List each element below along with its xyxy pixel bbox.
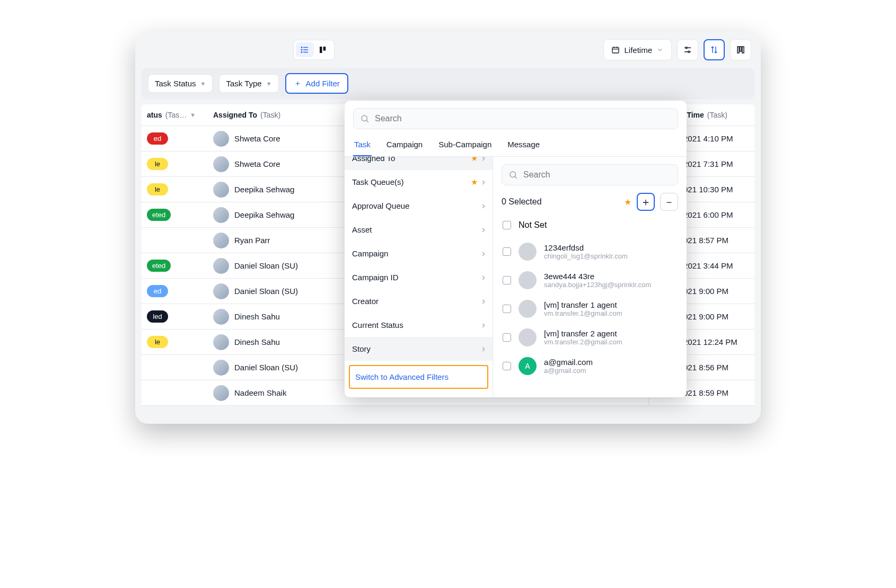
- svg-point-14: [686, 47, 687, 49]
- field-item-campaign[interactable]: Campaign›: [345, 242, 493, 265]
- columns-button[interactable]: [730, 39, 751, 60]
- list-view-button[interactable]: [296, 42, 314, 57]
- not-set-label: Not Set: [519, 220, 547, 230]
- checkbox[interactable]: [503, 247, 511, 256]
- chevron-right-icon: ›: [482, 176, 485, 188]
- not-set-option[interactable]: Not Set: [502, 217, 678, 237]
- calendar-icon: [611, 46, 620, 54]
- popover-value-panel: 0 Selected ★ ＋ － Not Set 1234erfdsdching…: [493, 157, 687, 397]
- chevron-down-icon: ▼: [190, 112, 196, 118]
- filter-chip-task-status[interactable]: Task Status ▼: [148, 74, 213, 93]
- assignee-name: Shweta Core: [234, 134, 280, 143]
- popover-tab-message[interactable]: Message: [506, 135, 541, 156]
- column-header-status[interactable]: atus (Tas… ▼: [142, 104, 208, 126]
- svg-point-3: [301, 47, 302, 48]
- popover-tab-sub-campaign[interactable]: Sub-Campaign: [437, 135, 493, 156]
- chevron-right-icon: ›: [482, 319, 485, 331]
- checkbox[interactable]: [503, 305, 511, 313]
- include-button[interactable]: ＋: [637, 193, 655, 211]
- chevron-right-icon: ›: [482, 200, 485, 211]
- field-item-asset[interactable]: Asset›: [345, 218, 493, 242]
- field-label: Current Status: [352, 320, 403, 329]
- field-item-creator[interactable]: Creator›: [345, 289, 493, 313]
- user-name: [vm] transfer 2 agent: [544, 329, 622, 338]
- switch-advanced-filters-link[interactable]: Switch to Advanced Filters: [349, 365, 488, 389]
- assignee-name: Daniel Sloan (SU): [234, 261, 298, 270]
- value-search[interactable]: [502, 164, 678, 185]
- popover-tab-campaign[interactable]: Campaign: [385, 135, 424, 156]
- avatar: [519, 328, 537, 346]
- assignee-name: Daniel Sloan (SU): [234, 287, 298, 296]
- chevron-right-icon: ›: [482, 157, 485, 164]
- chevron-down-icon: ▼: [200, 81, 206, 87]
- popover-field-list: Assigned To★›Task Queue(s)★›Approval Que…: [345, 157, 493, 397]
- star-icon[interactable]: ★: [624, 197, 631, 207]
- field-label: Asset: [352, 225, 372, 234]
- columns-icon: [736, 45, 745, 55]
- exclude-button[interactable]: －: [660, 193, 678, 211]
- field-item-campaign-id[interactable]: Campaign ID›: [345, 265, 493, 289]
- status-pill: le: [147, 336, 168, 348]
- field-item-story[interactable]: Story›: [345, 337, 493, 361]
- user-option[interactable]: [vm] transfer 2 agentvm.transfer.2@gmail…: [502, 323, 678, 352]
- avatar: [213, 131, 229, 147]
- board-view-icon: [318, 45, 328, 55]
- star-icon: ★: [471, 157, 478, 163]
- filter-chip-task-type[interactable]: Task Type ▼: [219, 74, 278, 93]
- minus-icon: －: [664, 195, 674, 209]
- board-view-button[interactable]: [314, 42, 332, 57]
- svg-point-19: [362, 115, 367, 121]
- filter-popover: TaskCampaignSub-CampaignMessage Assigned…: [345, 101, 687, 397]
- assignee-name: Dinesh Sahu: [234, 337, 280, 346]
- settings-sliders-button[interactable]: [677, 39, 698, 60]
- svg-point-5: [301, 52, 302, 53]
- chip-label: Task Type: [226, 79, 261, 88]
- user-option[interactable]: [vm] transfer 1 agentvm.transfer.1@gmail…: [502, 295, 678, 323]
- checkbox[interactable]: [503, 221, 511, 229]
- field-item-approval-queue[interactable]: Approval Queue›: [345, 194, 493, 218]
- field-item-assigned-to[interactable]: Assigned To★›: [345, 157, 493, 170]
- plus-icon: ＋: [640, 195, 651, 209]
- checkbox[interactable]: [503, 362, 511, 370]
- popover-tabs: TaskCampaignSub-CampaignMessage: [345, 135, 687, 157]
- col-sublabel: (Task): [707, 111, 727, 119]
- chevron-down-icon: ▼: [266, 81, 272, 87]
- popover-search[interactable]: [353, 108, 678, 129]
- field-item-task-queue-s-[interactable]: Task Queue(s)★›: [345, 170, 493, 194]
- plus-icon: ＋: [294, 78, 302, 88]
- user-option[interactable]: 3ewe444 43resandya.bojja+123hgj@sprinklr…: [502, 266, 678, 295]
- sort-button[interactable]: [704, 39, 725, 60]
- user-name: [vm] transfer 1 agent: [544, 300, 622, 309]
- top-toolbar: Lifetime: [135, 32, 761, 66]
- user-option[interactable]: Aa@gmail.coma@gmail.com: [502, 352, 678, 380]
- add-filter-button[interactable]: ＋ Add Filter: [285, 73, 348, 94]
- avatar: [213, 182, 229, 198]
- user-name: 1234erfdsd: [544, 243, 628, 252]
- assignee-name: Nadeem Shaik: [234, 388, 286, 397]
- status-pill: eted: [147, 260, 171, 272]
- field-item-current-status[interactable]: Current Status›: [345, 313, 493, 337]
- user-email: sandya.bojja+123hgj@sprinklr.com: [544, 281, 651, 289]
- star-icon: ★: [471, 177, 478, 187]
- svg-rect-7: [323, 47, 326, 51]
- user-option[interactable]: 1234erfdsdchingoli_lsg1@sprinklr.com: [502, 237, 678, 266]
- status-pill: ed: [147, 285, 168, 297]
- svg-rect-18: [742, 47, 744, 53]
- checkbox[interactable]: [503, 333, 511, 342]
- field-label: Task Queue(s): [352, 177, 404, 186]
- assignee-name: Deepika Sehwag: [234, 185, 294, 194]
- value-search-input[interactable]: [523, 170, 671, 180]
- status-pill: ed: [147, 132, 168, 145]
- popover-search-input[interactable]: [375, 114, 671, 123]
- avatar: [213, 207, 229, 223]
- avatar: [213, 334, 229, 350]
- user-email: a@gmail.com: [544, 367, 593, 375]
- date-range-picker[interactable]: Lifetime: [603, 39, 672, 60]
- user-email: vm.transfer.2@gmail.com: [544, 338, 622, 346]
- field-label: Campaign: [352, 249, 388, 258]
- popover-tab-task[interactable]: Task: [353, 135, 372, 156]
- assignee-name: Dinesh Sahu: [234, 312, 280, 321]
- svg-point-15: [688, 51, 690, 52]
- avatar: [213, 360, 229, 376]
- checkbox[interactable]: [503, 276, 511, 284]
